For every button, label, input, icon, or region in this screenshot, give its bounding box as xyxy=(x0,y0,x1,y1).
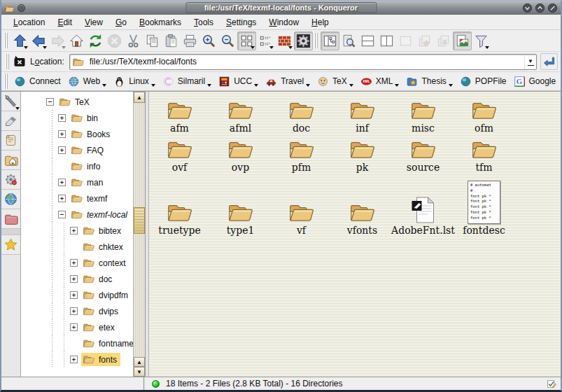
location-input[interactable] xyxy=(88,56,524,67)
file-item-fontdesc[interactable]: # automat # font pk * font pk * font pk … xyxy=(454,173,514,236)
bookmark-popfile[interactable]: POPFile xyxy=(456,74,510,89)
expand-expander[interactable]: + xyxy=(70,307,78,315)
bookmark-linux[interactable]: Linux xyxy=(110,74,159,89)
bookmark-wikipedia[interactable]: WWikipedia xyxy=(559,74,561,89)
reload-button[interactable] xyxy=(86,31,105,50)
home-folder-panel-button[interactable] xyxy=(1,150,20,170)
menu-view[interactable]: View xyxy=(78,16,109,29)
zoom-in-button[interactable] xyxy=(199,31,218,50)
find-file-button[interactable] xyxy=(339,31,358,50)
remove-active-view-button[interactable] xyxy=(396,31,415,50)
copy-button[interactable] xyxy=(143,31,162,50)
tree-item-bibtex[interactable]: +bibtex xyxy=(21,223,133,239)
tree-item-dvipdfm[interactable]: +dvipdfm xyxy=(21,287,133,303)
tree-item-context[interactable]: +context xyxy=(21,255,133,271)
menu-edit[interactable]: Edit xyxy=(51,16,78,29)
tree-item-dvips[interactable]: +dvips xyxy=(21,303,133,319)
menu-location[interactable]: Location xyxy=(7,16,51,29)
tree-item-texmf-local[interactable]: −texmf-local xyxy=(21,206,133,223)
file-item-misc[interactable]: misc xyxy=(393,94,454,134)
file-item-tfm[interactable]: tfm xyxy=(454,134,514,173)
go-button[interactable] xyxy=(540,53,558,70)
scrollbar-up-button[interactable]: ▲ xyxy=(134,92,145,103)
file-item-inf[interactable]: inf xyxy=(332,94,393,134)
tree-item-books[interactable]: +Books xyxy=(21,126,133,142)
scrollbar-track[interactable] xyxy=(134,103,145,357)
shared-folder-panel-button[interactable] xyxy=(1,209,20,229)
stop-button[interactable] xyxy=(105,31,124,50)
window-minimize-button[interactable] xyxy=(522,3,533,13)
bookmark-web[interactable]: Web xyxy=(64,74,110,89)
window-close-button[interactable] xyxy=(547,3,558,13)
file-item-vf[interactable]: vf xyxy=(271,173,332,236)
tree-item-fonts[interactable]: +fonts xyxy=(21,351,133,368)
location-dropdown-button[interactable]: ▼ xyxy=(524,55,536,69)
file-item-truetype[interactable]: truetype xyxy=(149,173,210,236)
history-panel-button[interactable] xyxy=(1,131,20,150)
collapse-expander[interactable]: − xyxy=(58,211,66,218)
menu-settings[interactable]: Settings xyxy=(220,16,262,29)
window-menu-button[interactable] xyxy=(17,4,25,12)
expand-expander[interactable]: + xyxy=(58,114,66,122)
scrollbar-up-button-2[interactable]: ▲ xyxy=(134,357,145,367)
file-item-type1[interactable]: type1 xyxy=(210,173,271,236)
back-button[interactable] xyxy=(29,31,48,50)
bookmark-toolbar-handle[interactable] xyxy=(4,74,8,89)
tree-item-bin[interactable]: +bin xyxy=(21,110,133,126)
cut-button[interactable] xyxy=(124,31,143,50)
file-item-ofm[interactable]: ofm xyxy=(454,94,514,134)
bookmark-xml[interactable]: XMLXML xyxy=(357,74,403,89)
annotations-panel-button[interactable] xyxy=(1,111,20,131)
location-toolbar-handle[interactable] xyxy=(6,54,9,69)
file-icon-view[interactable]: afmafmldocinfmiscofmovfovppfmpksourcetfm… xyxy=(149,92,561,377)
expand-expander[interactable]: + xyxy=(70,291,78,299)
list-view-mode-button[interactable] xyxy=(256,31,275,50)
menu-go[interactable]: Go xyxy=(109,16,133,29)
expand-expander[interactable]: + xyxy=(58,178,66,186)
menu-tools[interactable]: Tools xyxy=(188,16,220,29)
file-item-doc[interactable]: doc xyxy=(271,94,332,134)
bookmark-thesis[interactable]: Thesis xyxy=(402,74,456,89)
expand-expander[interactable]: + xyxy=(70,259,78,267)
bookmark-connect[interactable]: Connect xyxy=(10,74,64,89)
print-button[interactable] xyxy=(181,31,199,50)
expand-expander[interactable]: + xyxy=(70,356,78,363)
file-item-source[interactable]: source xyxy=(393,134,454,173)
html-view-mode-button[interactable] xyxy=(275,31,294,50)
scrollbar-thumb[interactable] xyxy=(134,207,145,234)
tree-item-chktex[interactable]: chktex xyxy=(21,239,133,255)
file-item-pfm[interactable]: pfm xyxy=(271,134,332,173)
bookmark-silmaril[interactable]: Silmaril xyxy=(159,74,215,89)
up-button[interactable] xyxy=(10,31,29,50)
expand-expander[interactable]: + xyxy=(58,195,66,202)
collapse-expander[interactable]: − xyxy=(46,98,54,106)
toolbar-handle[interactable] xyxy=(4,33,8,48)
expand-expander[interactable]: + xyxy=(58,130,66,138)
expand-expander[interactable]: + xyxy=(70,227,78,234)
konqueror-gear-button[interactable] xyxy=(294,31,313,50)
file-item-pk[interactable]: pk xyxy=(332,134,393,173)
titlebar[interactable]: file:/usr/TeX/texmf-local/fonts - Konque… xyxy=(1,1,561,15)
tree-scrollbar[interactable]: ▲ ▲ ▼ xyxy=(133,92,145,377)
show-navigation-panel-button[interactable] xyxy=(321,31,339,50)
tree-item-faq[interactable]: +FAQ xyxy=(21,142,133,158)
window-maximize-button[interactable] xyxy=(535,3,545,13)
tree-item-man[interactable]: +man xyxy=(21,174,133,190)
bookmark-google[interactable]: GGoogle xyxy=(510,74,560,89)
system-tools-panel-button[interactable] xyxy=(1,92,20,111)
tree-item-etex[interactable]: +etex xyxy=(21,319,133,335)
file-item-ovf[interactable]: ovf xyxy=(149,134,210,173)
scrollbar-down-button[interactable]: ▼ xyxy=(134,367,145,377)
menu-bookmarks[interactable]: Bookmarks xyxy=(133,16,188,29)
file-item-adobefnt.lst[interactable]: AdobeFnt.lst xyxy=(393,173,454,236)
tree-item-doc[interactable]: +doc xyxy=(21,271,133,287)
show-image-previews-button[interactable] xyxy=(453,31,472,50)
clear-location-button[interactable] xyxy=(12,55,27,69)
tree-item-info[interactable]: info xyxy=(21,158,133,174)
bookmark-travel[interactable]: Travel xyxy=(262,74,314,89)
zoom-out-button[interactable] xyxy=(218,31,237,50)
icon-view-mode-button[interactable] xyxy=(237,31,256,50)
file-item-vfonts[interactable]: vfonts xyxy=(332,173,393,236)
filter-button[interactable] xyxy=(472,31,491,50)
split-view-top-bottom-button[interactable] xyxy=(358,31,377,50)
